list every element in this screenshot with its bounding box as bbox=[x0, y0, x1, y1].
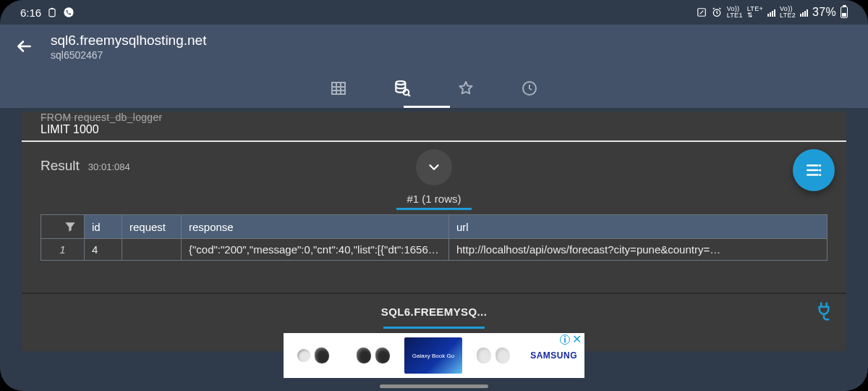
svg-rect-5 bbox=[332, 83, 345, 94]
table-row[interactable]: 1 4 {"cod":"200","message":0,"cnt":40,"l… bbox=[41, 239, 827, 261]
tab-table[interactable] bbox=[327, 77, 350, 100]
ad-brand: SAMSUNG bbox=[523, 350, 584, 361]
connection-label: SQL6.FREEMYSQ... bbox=[381, 306, 487, 318]
tab-query[interactable] bbox=[391, 77, 414, 100]
clock: 6:16 bbox=[20, 7, 41, 19]
run-fab[interactable] bbox=[793, 149, 835, 191]
tab-favorites[interactable] bbox=[454, 77, 477, 100]
app-bar: sql6.freemysqlhosting.net sql6502467 bbox=[0, 25, 868, 68]
row-index: 1 bbox=[41, 239, 85, 261]
screenshot-icon bbox=[697, 7, 707, 17]
svg-point-10 bbox=[819, 169, 821, 171]
battery-icon bbox=[841, 7, 848, 18]
svg-point-6 bbox=[396, 81, 405, 85]
tabs-row bbox=[0, 68, 868, 108]
tab-history[interactable] bbox=[518, 77, 541, 100]
filter-icon bbox=[63, 219, 77, 234]
filter-header[interactable] bbox=[41, 215, 85, 239]
col-response[interactable]: response bbox=[182, 215, 449, 239]
col-request[interactable]: request bbox=[122, 215, 182, 239]
cell-id: 4 bbox=[85, 239, 122, 261]
connection-bar[interactable]: SQL6.FREEMYSQ... bbox=[22, 293, 846, 329]
svg-point-9 bbox=[819, 164, 821, 167]
svg-point-11 bbox=[819, 174, 821, 176]
result-label: Result bbox=[41, 158, 80, 174]
ad-info-icon[interactable]: i bbox=[560, 335, 570, 345]
svg-point-2 bbox=[64, 7, 74, 17]
connection-indicator bbox=[383, 327, 485, 329]
cell-url: http://localhost/api/ows/forecast?city=p… bbox=[449, 239, 827, 261]
ad-banner[interactable]: i ✕ Galaxy Book Go SAMSUNG bbox=[284, 333, 584, 378]
signal2-icon bbox=[800, 8, 808, 17]
svg-rect-0 bbox=[49, 9, 55, 16]
result-time: 30:01:084 bbox=[88, 161, 130, 172]
home-indicator[interactable] bbox=[380, 384, 488, 388]
back-button[interactable] bbox=[13, 35, 35, 57]
col-url[interactable]: url bbox=[449, 215, 827, 239]
host-title: sql6.freemysqlhosting.net bbox=[51, 33, 206, 49]
resultset-tab[interactable]: #1 (1 rows) bbox=[22, 190, 846, 210]
sim1-label: LTE1 bbox=[727, 12, 743, 19]
ad-product-label: Galaxy Book Go bbox=[404, 337, 462, 374]
ad-close-icon[interactable]: ✕ bbox=[572, 335, 582, 345]
col-id[interactable]: id bbox=[85, 215, 122, 239]
result-table: id request response url 1 4 {"cod":"200"… bbox=[41, 214, 827, 261]
phone-icon bbox=[63, 7, 75, 18]
status-bar: 6:16 Vo))LTE1 LTE+⇅ Vo))LTE2 37% bbox=[0, 0, 868, 25]
timer-icon bbox=[47, 7, 57, 17]
alarm-icon bbox=[711, 7, 723, 18]
cell-response: {"cod":"200","message":0,"cnt":40,"list"… bbox=[182, 239, 449, 261]
battery-percent: 37% bbox=[812, 6, 836, 19]
sql-text[interactable]: FROM request_db_logger LIMIT 1000 bbox=[22, 112, 846, 142]
database-subtitle: sql6502467 bbox=[51, 49, 206, 61]
plug-icon[interactable] bbox=[813, 300, 835, 322]
expand-button[interactable] bbox=[416, 149, 452, 185]
cell-request bbox=[122, 239, 182, 261]
signal1-icon bbox=[767, 8, 775, 17]
sim2-label: LTE2 bbox=[780, 12, 796, 19]
svg-rect-1 bbox=[51, 8, 54, 9]
tab-indicator bbox=[404, 106, 450, 108]
